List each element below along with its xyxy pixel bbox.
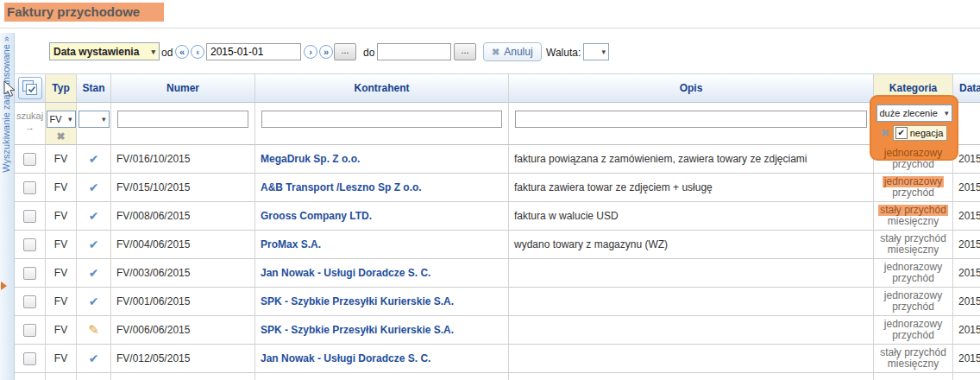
table-row[interactable]: FV ✎ FV/006/06/2015 SPK - Szybkie Przesy… <box>15 316 980 345</box>
kategoria-line2: przychód <box>892 301 934 313</box>
row-opis: faktura powiązana z zamówieniem, zawiera… <box>509 145 874 174</box>
dropdown-arrow-icon: ▾ <box>68 115 72 124</box>
row-kontrahent-link[interactable]: A&B Transport /Leszno Sp Z o.o. <box>255 174 509 202</box>
table-row[interactable]: FV ✔ FV/008/06/2015 Grooss Company LTD. … <box>15 202 980 231</box>
row-opis: wydano towary z magazynu (WZ) <box>509 231 874 259</box>
column-header-typ[interactable]: Typ <box>46 73 77 103</box>
row-select-cell <box>15 231 46 259</box>
currency-select[interactable]: ▾ <box>583 43 609 60</box>
row-kontrahent-link[interactable]: Grooss Company LTD. <box>255 202 509 231</box>
date-prev-button[interactable]: ‹ <box>191 45 204 59</box>
invoices-page: Faktury przychodowe Wyszukiwanie zaawans… <box>0 0 980 380</box>
date-from-input[interactable] <box>206 43 301 60</box>
stan-filter-cell: ▾ <box>77 103 111 145</box>
row-kontrahent-link[interactable]: MegaDruk Sp. Z o.o. <box>255 145 509 174</box>
row-kontrahent-link[interactable]: Jan Nowak - Usługi Doradcze S. C. <box>255 345 509 373</box>
cancel-button[interactable]: ✖ Anuluj <box>483 42 542 61</box>
row-checkbox[interactable] <box>23 153 36 166</box>
select-all-button[interactable] <box>18 77 42 99</box>
row-stan-cell: ✔ <box>77 259 111 288</box>
kategoria-filter-clear-icon[interactable]: ✖ <box>881 128 889 138</box>
column-header-kontrahent[interactable]: Kontrahent <box>255 73 509 103</box>
row-kategoria: stały przychód miesięczny <box>874 231 953 259</box>
row-select-cell <box>15 259 46 288</box>
table-row[interactable]: FV ✔ FV/001/06/2015 SPK - Szybkie Przesy… <box>15 288 980 316</box>
row-opis <box>509 259 874 288</box>
row-kontrahent-link[interactable]: ProMax S.A. <box>255 231 509 259</box>
date-to-picker-button[interactable]: ... <box>454 43 476 60</box>
typ-filter-clear-icon[interactable]: ✖ <box>56 131 65 142</box>
column-header-stan[interactable]: Stan <box>77 73 111 103</box>
row-kategoria: stały przychód miesięczny <box>874 202 953 231</box>
filter-field-value: Data wystawienia <box>53 46 139 58</box>
row-select-cell <box>15 373 46 380</box>
row-checkbox[interactable] <box>23 181 36 194</box>
row-opis <box>509 288 874 316</box>
row-data: 2015 <box>953 202 980 231</box>
date-last-button[interactable]: » <box>319 45 333 59</box>
row-numer: FV/004/06/2015 <box>111 231 255 259</box>
table-row[interactable]: FV ✔ FV/003/06/2015 Jan Nowak - Usługi D… <box>15 259 980 288</box>
typ-filter-select[interactable]: FV ▾ <box>47 111 76 128</box>
row-checkbox[interactable] <box>23 352 36 365</box>
check-icon: ✔ <box>89 352 99 365</box>
check-icon: ✔ <box>89 266 99 280</box>
date-first-button[interactable]: « <box>175 45 189 59</box>
table-row[interactable]: FV ✔ FV/012/05/2015 Jan Nowak - Usługi D… <box>15 345 980 373</box>
row-kategoria: stały przychód miesięczny <box>874 345 953 373</box>
row-opis: faktura w walucie USD <box>509 202 874 231</box>
check-icon: ✔ <box>89 152 99 166</box>
dropdown-arrow-icon: ▾ <box>601 48 606 56</box>
row-stan-cell <box>77 373 111 380</box>
row-select-cell <box>15 316 46 345</box>
row-typ <box>46 373 77 380</box>
negation-checkbox[interactable]: ✔ <box>895 127 908 139</box>
sidebar-marker-icon <box>1 282 7 290</box>
table-header-row: Typ Stan Numer Kontrahent Opis Kategoria… <box>15 73 980 103</box>
cancel-label: Anuluj <box>504 46 532 58</box>
row-data <box>953 373 980 380</box>
column-header-numer[interactable]: Numer <box>111 73 255 103</box>
row-typ: FV <box>46 231 77 259</box>
table-row[interactable]: FV ✔ FV/004/06/2015 ProMax S.A. wydano t… <box>15 231 980 259</box>
row-checkbox[interactable] <box>23 210 36 223</box>
kategoria-filter-value: duże zlecenie <box>880 108 938 118</box>
from-label: od <box>161 47 173 59</box>
stan-filter-select[interactable]: ▾ <box>79 111 110 128</box>
row-kategoria: jednorazowy przychód <box>874 174 953 202</box>
row-stan-cell: ✔ <box>77 345 111 373</box>
date-next-button[interactable]: › <box>304 45 317 59</box>
row-select-cell <box>15 345 46 373</box>
row-checkbox[interactable] <box>23 295 36 308</box>
kontrahent-filter-input[interactable] <box>261 111 502 128</box>
row-kontrahent-link[interactable]: Jan Nowak - Usługi Doradcze S. C. <box>255 259 509 288</box>
row-kontrahent-link[interactable]: SPK - Szybkie Przesyłki Kurierskie S.A. <box>255 316 509 345</box>
row-typ: FV <box>46 288 77 316</box>
filter-field-select[interactable]: Data wystawienia ▾ <box>49 42 160 60</box>
date-from-picker-button[interactable]: ... <box>334 43 356 60</box>
kategoria-filter-select[interactable]: duże zlecenie ▾ <box>876 104 952 122</box>
row-data: 2015 <box>953 231 980 259</box>
row-checkbox[interactable] <box>23 324 36 337</box>
row-kategoria: jednorazowy przychód <box>874 259 953 288</box>
dropdown-arrow-icon: ▾ <box>151 48 155 56</box>
row-typ: FV <box>46 259 77 288</box>
numer-filter-input[interactable] <box>117 111 248 128</box>
negation-box: ✔ negacja <box>893 125 948 141</box>
row-kontrahent-link[interactable]: SPK - Szybkie Przesyłki Kurierskie S.A. <box>255 288 509 316</box>
table-row[interactable]: FV ✔ FV/015/10/2015 A&B Transport /Leszn… <box>15 174 980 202</box>
typ-filter-value: FV <box>50 114 62 124</box>
row-numer <box>111 373 255 380</box>
date-to-input[interactable] <box>377 43 451 60</box>
table-row[interactable]: FV ✔ FV/016/10/2015 MegaDruk Sp. Z o.o. … <box>15 145 980 174</box>
row-numer: FV/008/06/2015 <box>111 202 255 231</box>
row-checkbox[interactable] <box>23 238 36 251</box>
row-numer: FV/006/06/2015 <box>111 316 255 345</box>
row-kontrahent-link[interactable] <box>255 373 509 380</box>
table-row[interactable] <box>15 373 980 380</box>
row-checkbox[interactable] <box>23 267 36 280</box>
row-opis <box>509 373 874 380</box>
opis-filter-input[interactable] <box>515 111 867 128</box>
row-stan-cell: ✔ <box>77 174 111 202</box>
column-header-opis[interactable]: Opis <box>509 73 874 103</box>
